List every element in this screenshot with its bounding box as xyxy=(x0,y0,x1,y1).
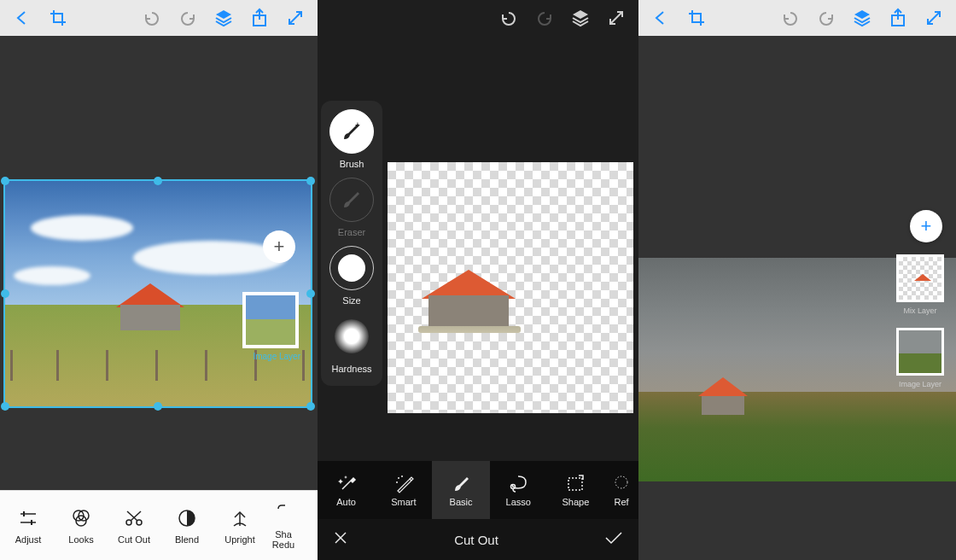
tab-label: Basic xyxy=(450,497,473,507)
svg-line-3 xyxy=(289,12,301,24)
placed-house-graphic xyxy=(698,377,748,415)
svg-line-31 xyxy=(928,12,940,24)
undo-button[interactable] xyxy=(493,3,524,33)
pane-left: + Image Layer Adjust Looks Cut Out xyxy=(0,0,318,560)
tool-hardness[interactable] xyxy=(329,314,374,359)
tab-basic[interactable]: Basic xyxy=(432,461,489,519)
basic-icon xyxy=(452,473,470,493)
resize-handle[interactable] xyxy=(1,289,9,298)
tab-label: Blend xyxy=(175,534,199,545)
tab-label: Looks xyxy=(68,534,93,545)
svg-marker-17 xyxy=(573,10,588,19)
tab-lasso[interactable]: Lasso xyxy=(490,461,547,519)
fullscreen-button[interactable] xyxy=(601,3,632,33)
layer-label: Image Layer xyxy=(895,380,945,388)
tool-label: Brush xyxy=(340,159,364,169)
tool-label: Hardness xyxy=(331,364,371,374)
looks-icon xyxy=(71,507,91,529)
layers-button[interactable] xyxy=(565,3,596,33)
share-button[interactable] xyxy=(883,3,913,33)
cutout-canvas[interactable] xyxy=(388,162,633,413)
bottom-tabbar-center: Auto Smart Basic Lasso Shape Ref xyxy=(318,461,638,519)
add-layer-button[interactable]: + xyxy=(910,210,942,242)
tab-label: Auto xyxy=(336,497,356,507)
layer-thumb-mix[interactable]: Mix Layer xyxy=(896,254,944,302)
resize-handle[interactable] xyxy=(306,402,315,411)
layer-thumbnail[interactable] xyxy=(242,292,299,348)
tool-label: Eraser xyxy=(338,227,365,237)
pane-center: + Brush Eraser Size Hardness Auto Smart … xyxy=(318,0,638,560)
back-button[interactable] xyxy=(7,3,38,33)
tab-upright[interactable]: Upright xyxy=(213,507,266,545)
cutout-house-graphic xyxy=(422,265,516,333)
fullscreen-button[interactable] xyxy=(918,3,949,33)
tool-size[interactable] xyxy=(329,246,374,290)
layers-button[interactable] xyxy=(847,3,877,33)
canvas-area-center: + Brush Eraser Size Hardness xyxy=(318,36,638,461)
pane-right: + Mix Layer Image Layer xyxy=(638,0,956,560)
svg-point-25 xyxy=(615,476,627,488)
add-layer-button[interactable]: + xyxy=(263,230,295,263)
undo-button[interactable] xyxy=(137,3,167,33)
confirm-button[interactable] xyxy=(604,531,623,549)
tab-refine[interactable]: Ref xyxy=(604,461,638,519)
canvas-area-left[interactable]: + Image Layer xyxy=(0,36,318,490)
layers-button[interactable] xyxy=(208,3,239,33)
shape-icon xyxy=(566,473,585,493)
layer-thumb-image[interactable]: Image Layer xyxy=(896,328,944,376)
tab-auto[interactable]: Auto xyxy=(318,461,375,519)
tab-looks[interactable]: Looks xyxy=(55,507,108,545)
resize-handle[interactable] xyxy=(306,289,315,298)
resize-handle[interactable] xyxy=(1,402,9,411)
undo-button[interactable] xyxy=(775,3,806,33)
layer-label: Mix Layer xyxy=(895,306,945,315)
tab-shape[interactable]: Shape xyxy=(547,461,604,519)
cutout-icon xyxy=(124,507,144,529)
resize-handle[interactable] xyxy=(1,177,9,185)
crop-button[interactable] xyxy=(681,3,712,33)
tab-label: Adjust xyxy=(15,534,42,545)
svg-rect-6 xyxy=(23,511,25,516)
tab-label: Cut Out xyxy=(118,534,150,545)
layer-thumbnail-label: Image Layer xyxy=(253,352,300,361)
house-graphic xyxy=(116,283,184,330)
upright-icon xyxy=(230,507,249,529)
svg-marker-28 xyxy=(854,10,870,19)
back-button[interactable] xyxy=(645,3,676,33)
tool-brush[interactable]: + xyxy=(329,109,374,154)
tab-adjust[interactable]: Adjust xyxy=(2,507,55,545)
tab-label: Smart xyxy=(391,497,416,507)
topbar-right xyxy=(638,0,956,36)
tab-blend[interactable]: Blend xyxy=(160,507,213,545)
blend-icon xyxy=(178,507,196,529)
canvas-area-right[interactable]: + Mix Layer Image Layer xyxy=(638,36,956,560)
share-button[interactable] xyxy=(244,3,275,33)
refine-icon xyxy=(613,473,630,493)
tab-cutout[interactable]: Cut Out xyxy=(108,507,160,545)
tab-label: Lasso xyxy=(506,497,531,507)
svg-text:+: + xyxy=(355,120,360,130)
crop-button[interactable] xyxy=(43,3,73,33)
svg-line-18 xyxy=(610,12,622,24)
adjust-icon xyxy=(18,507,38,529)
selected-image[interactable]: + Image Layer xyxy=(3,179,312,408)
tab-shake-reduce[interactable]: Sha Redu xyxy=(266,502,300,550)
tab-label: Upright xyxy=(224,534,254,545)
tool-eraser[interactable] xyxy=(329,178,374,222)
titlebar-center: Cut Out xyxy=(318,519,638,560)
svg-rect-7 xyxy=(31,520,32,525)
cancel-button[interactable] xyxy=(333,530,348,550)
resize-handle[interactable] xyxy=(306,177,315,185)
redo-button[interactable] xyxy=(811,3,842,33)
auto-icon xyxy=(337,473,356,493)
resize-handle[interactable] xyxy=(154,402,162,411)
lasso-icon xyxy=(509,473,528,493)
redo-button[interactable] xyxy=(172,3,203,33)
resize-handle[interactable] xyxy=(154,177,162,185)
tool-label: Size xyxy=(342,295,360,306)
tab-label: Shape xyxy=(563,497,590,507)
tab-smart[interactable]: Smart xyxy=(375,461,432,519)
smart-icon xyxy=(394,473,413,493)
fullscreen-button[interactable] xyxy=(280,3,311,33)
redo-button[interactable] xyxy=(529,3,560,33)
